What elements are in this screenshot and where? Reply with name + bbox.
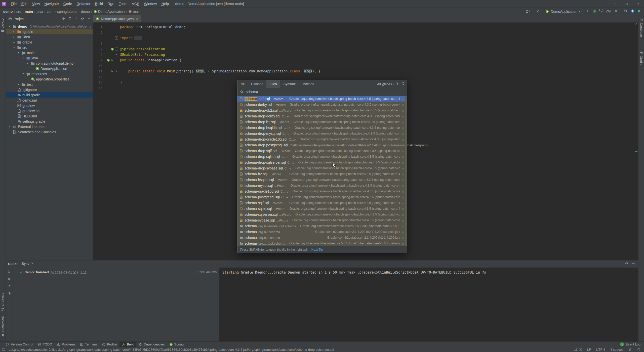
fold-marker[interactable]: +: [115, 70, 118, 73]
search-result[interactable]: SQLschema-derby.sql...₩coreGradle: org.s…: [237, 102, 407, 107]
menu-vcs[interactable]: VCS: [130, 0, 142, 8]
tree-item-gradle[interactable]: ▸gradle: [6, 39, 93, 45]
search-result[interactable]: SQLschema-drop-mysql.sqlC...eGradle: org…: [237, 130, 407, 136]
build-tab-sync[interactable]: Sync ✕: [22, 260, 33, 267]
search-result[interactable]: SQLschema-drop-sqlite.sqlC...eGradle: or…: [237, 154, 407, 159]
chevron-right-icon[interactable]: ▸: [12, 35, 16, 38]
search-result[interactable]: schemaorg.....tool.schemaGradle: org.hib…: [237, 240, 407, 246]
tool-stripe-structure[interactable]: Structure: [1, 293, 5, 311]
tree-item-idea[interactable]: ▸.idea: [6, 34, 93, 39]
fold-marker[interactable]: +: [115, 36, 118, 40]
build-console[interactable]: Starting Gradle Daemon...Gradle Daemon s…: [219, 268, 638, 342]
menu-tools[interactable]: Tools: [116, 0, 130, 8]
breadcrumb-main[interactable]: main: [24, 10, 34, 14]
project-gear-button[interactable]: [81, 17, 84, 21]
menu-window[interactable]: Window: [142, 0, 159, 8]
chevron-down-icon[interactable]: ▾: [17, 51, 20, 54]
chevron-right-icon[interactable]: ▸: [8, 125, 11, 128]
chevron-down-icon[interactable]: ▾: [21, 72, 25, 75]
fold-plus-icon[interactable]: +: [115, 70, 118, 73]
tree-item-test[interactable]: ▸test: [6, 82, 93, 87]
menu-refactor[interactable]: Refactor: [74, 0, 93, 8]
hide-panel-button[interactable]: [632, 262, 635, 266]
debug-button[interactable]: [592, 9, 596, 14]
indent-style[interactable]: 4 spaces: [610, 348, 623, 351]
fold-minus-icon[interactable]: −: [115, 48, 118, 51]
gradle-sync-icon[interactable]: [637, 348, 640, 351]
close-icon[interactable]: ✕: [31, 260, 33, 267]
chevron-down-icon[interactable]: ▾: [12, 46, 16, 49]
search-result[interactable]: schemaorg.h2.schemaGradle: com.h2databas…: [237, 235, 407, 240]
tree-item-help-md[interactable]: MDHELP.md: [6, 113, 93, 119]
event-log-widget[interactable]: 1 Event Log: [620, 342, 640, 346]
tree-item-demo[interactable]: ▾demoC:₩Users₩soull₩IdeaProjects₩demo: [6, 24, 93, 29]
search-result[interactable]: SQLschema-drop-h2.sql...₩coreGradle: org…: [237, 119, 407, 125]
search-result[interactable]: SQLschema-sqlserver.sql...₩coreGradle: o…: [237, 211, 407, 217]
tool-stripe-project[interactable]: Project: [1, 18, 5, 32]
chevron-down-icon[interactable]: ▾: [21, 57, 25, 59]
chevron-down-icon[interactable]: ▾: [26, 62, 29, 65]
fold-marker[interactable]: −: [115, 53, 118, 56]
search-result[interactable]: SQLschema-drop-db2.sql...₩coreGradle: or…: [237, 107, 407, 113]
fold-marker[interactable]: −: [115, 48, 118, 51]
tree-item-com-springtutorial-demo[interactable]: ▾com.springtutorial.demo: [6, 61, 93, 66]
chevron-down-icon[interactable]: ▾: [8, 25, 11, 28]
pin-button[interactable]: [8, 284, 11, 289]
search-result[interactable]: SQLschema-drop-oracle10g.sqlC...eGradle:…: [237, 136, 407, 142]
menu-file[interactable]: File: [9, 0, 19, 8]
tree-item-demo-iml[interactable]: demo.iml: [6, 98, 93, 103]
breadcrumb-springtutorial[interactable]: springtutorial: [56, 10, 78, 14]
lock-icon[interactable]: [628, 348, 632, 351]
fold-plus-icon[interactable]: +: [115, 36, 118, 40]
project-collapse-all-button[interactable]: [74, 17, 78, 21]
search-result[interactable]: SQLschema-mysql.sql...₩coreGradle: org.s…: [237, 183, 407, 188]
project-locate-button[interactable]: [62, 17, 65, 21]
search-result[interactable]: SQLschema-drop-sybase.sqlC...eGradle: or…: [237, 165, 407, 171]
tree-item-main[interactable]: ▾main: [6, 50, 93, 55]
editor-tab[interactable]: DemoApplication.java✕: [93, 15, 141, 22]
search-result[interactable]: SQLschema-postgresql.sqlC...eGradle: org…: [237, 194, 407, 200]
project-expand-all-button[interactable]: [68, 17, 72, 21]
project-panel-title[interactable]: Project: [14, 17, 25, 21]
filter-button[interactable]: [8, 292, 11, 296]
tool-stripe-gradle[interactable]: Gradle: [639, 51, 643, 65]
open-in-find-window-button[interactable]: [401, 82, 405, 86]
toolwindow-button-problems[interactable]: Problems: [54, 342, 78, 347]
search-result[interactable]: SQLschema-oracle10g.sqlC...reGradle: org…: [237, 188, 407, 194]
search-result[interactable]: schemaorg.h2.schemaGradle: com.h2databas…: [237, 229, 407, 235]
line-ending[interactable]: LF: [587, 348, 591, 351]
menu-help[interactable]: Help: [159, 0, 171, 8]
search-result[interactable]: SQLschema-sqlf.sql...₩coreGradle: org.sp…: [237, 200, 407, 206]
tree-item-external-libraries[interactable]: ▸External Libraries: [6, 124, 93, 129]
coverage-button[interactable]: [599, 9, 603, 14]
run-button[interactable]: [586, 9, 590, 14]
tree-item-demoapplication[interactable]: DemoApplication: [6, 66, 93, 71]
search-result[interactable]: SQLschema-sqlite.sql...₩coreGradle: org.…: [237, 206, 407, 211]
learn-button[interactable]: [637, 9, 641, 14]
search-field[interactable]: schema: [237, 88, 407, 96]
toolwindow-button-spring[interactable]: Spring: [167, 342, 186, 347]
fold-minus-icon[interactable]: −: [115, 53, 118, 56]
maximize-button[interactable]: □: [621, 0, 632, 8]
menu-navigate[interactable]: Navigate: [42, 0, 61, 8]
tree-item-gradle[interactable]: ▸.gradle: [6, 29, 93, 34]
minimize-button[interactable]: ─: [609, 0, 621, 8]
run-configuration-select[interactable]: DemoApplication▾: [543, 9, 583, 14]
menu-view[interactable]: View: [30, 0, 42, 8]
tree-item-src[interactable]: ▾src: [6, 45, 93, 50]
search-result[interactable]: SQLschema-drop-derby.sqlC...eGradle: org…: [237, 113, 407, 119]
search-result[interactable]: schemaorg.hibernate.tool.schemaGradle: o…: [237, 223, 407, 229]
breadcrumb-main[interactable]: mmain: [128, 10, 141, 14]
close-icon[interactable]: ✕: [136, 17, 139, 21]
search-tab-classes[interactable]: Classes: [248, 80, 266, 88]
search-result[interactable]: SQLschema-drop-hsqldb.sqlC...eGradle: or…: [237, 125, 407, 130]
toolwindow-button-dependencies[interactable]: Dependencies: [136, 342, 167, 347]
tree-item-application-properties[interactable]: application.properties: [6, 76, 93, 82]
breadcrumb-java[interactable]: java: [36, 10, 44, 14]
toolwindow-button-terminal[interactable]: Terminal: [78, 342, 100, 347]
resync-button[interactable]: [8, 270, 11, 274]
stop-button[interactable]: [8, 277, 11, 281]
stop-button[interactable]: [614, 9, 618, 14]
search-result[interactable]: SQLschema-h2.sql...₩coreGradle: org.spri…: [237, 171, 407, 177]
search-result[interactable]: SQLschema-drop-postgresql.sqlC:₩Users₩so…: [237, 142, 407, 148]
